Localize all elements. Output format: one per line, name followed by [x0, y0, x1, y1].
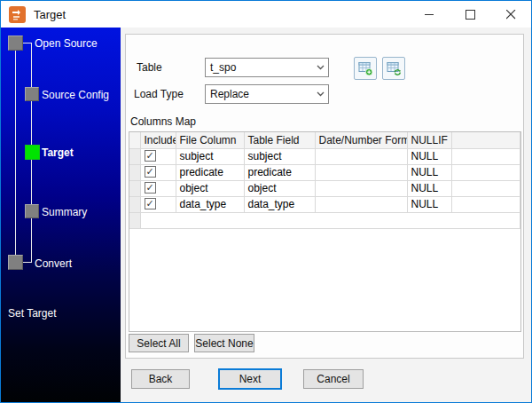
include-checkbox[interactable]: ✓: [145, 198, 156, 209]
header-filler: [451, 132, 520, 148]
close-icon: [506, 10, 516, 20]
step-label-target: Target: [42, 146, 74, 159]
include-checkbox[interactable]: ✓: [145, 182, 156, 194]
filler-cell: [451, 180, 520, 196]
row-selector[interactable]: [129, 148, 140, 164]
step-marker-open-source: [8, 36, 23, 51]
wizard-connector-bottom: [23, 262, 32, 263]
table-label: Table: [137, 61, 162, 74]
row-selector[interactable]: [129, 180, 140, 196]
include-cell: ✓: [140, 164, 176, 180]
grid-header-row: Include File Column Table Field Date/Num…: [129, 132, 520, 148]
minimize-icon: [425, 10, 434, 20]
include-checkbox[interactable]: ✓: [145, 150, 156, 162]
grid-row-new: [129, 212, 520, 228]
empty-area: [140, 212, 520, 228]
load-type-select-value: Replace: [206, 88, 312, 100]
cancel-button[interactable]: Cancel: [303, 369, 364, 389]
format-cell[interactable]: [315, 196, 407, 212]
table-field-cell[interactable]: predicate: [244, 164, 315, 180]
select-none-button[interactable]: Select None: [194, 334, 254, 352]
chevron-down-icon: [312, 91, 328, 97]
header-table-field[interactable]: Table Field: [244, 132, 315, 148]
step-marker-source-config: [25, 87, 39, 101]
row-selector-header: [129, 132, 140, 148]
filler-cell: [451, 148, 520, 164]
minimize-button[interactable]: [409, 1, 450, 28]
columns-map-grid: Include File Column Table Field Date/Num…: [129, 131, 521, 332]
load-type-select[interactable]: Replace: [205, 84, 329, 104]
wizard-sidebar: Open Source Source Config Target Summary…: [1, 28, 121, 402]
file-column-cell[interactable]: predicate: [176, 164, 244, 180]
include-cell: ✓: [140, 148, 176, 164]
nullif-cell[interactable]: NULL: [407, 180, 451, 196]
step-label-source-config: Source Config: [42, 89, 109, 101]
nullif-cell[interactable]: NULL: [407, 164, 451, 180]
load-type-label: Load Type: [134, 88, 184, 100]
sidebar-status-text: Set Target: [8, 307, 56, 320]
dialog-window: Target Open Source Source Config Target: [0, 0, 532, 403]
file-column-cell[interactable]: data_type: [176, 196, 244, 212]
maximize-icon: [466, 10, 475, 20]
format-cell[interactable]: [315, 148, 407, 164]
back-button[interactable]: Back: [131, 369, 190, 389]
header-format[interactable]: Date/Number Format: [315, 132, 407, 148]
step-label-open-source: Open Source: [35, 37, 98, 50]
row-selector[interactable]: [129, 164, 140, 180]
grid-row-data-type: ✓ data_type data_type NULL: [129, 196, 520, 212]
title-bar: Target: [1, 1, 531, 28]
columns-map-label: Columns Map: [130, 115, 196, 128]
step-marker-convert: [8, 255, 23, 270]
new-table-icon: [358, 61, 373, 76]
maximize-button[interactable]: [450, 1, 490, 28]
refresh-table-button[interactable]: [382, 57, 405, 80]
format-cell[interactable]: [315, 164, 407, 180]
nullif-cell[interactable]: NULL: [407, 148, 451, 164]
next-button[interactable]: Next: [218, 368, 282, 390]
row-selector[interactable]: [129, 212, 140, 228]
step-marker-target: [25, 145, 40, 160]
target-groupbox: Table t_spo: [125, 34, 524, 359]
grid-row-predicate: ✓ predicate predicate NULL: [129, 164, 520, 180]
table-field-cell[interactable]: data_type: [244, 196, 315, 212]
new-table-button[interactable]: [354, 57, 377, 80]
refresh-table-icon: [387, 61, 402, 76]
include-cell: ✓: [140, 180, 176, 196]
window-title: Target: [34, 8, 66, 21]
nullif-cell[interactable]: NULL: [407, 196, 451, 212]
header-nullif[interactable]: NULLIF: [407, 132, 451, 148]
table-select[interactable]: t_spo: [205, 58, 329, 77]
include-cell: ✓: [140, 196, 176, 212]
main-content: Table t_spo: [121, 28, 531, 402]
grid-row-object: ✓ object object NULL: [129, 180, 520, 196]
header-include[interactable]: Include: [140, 132, 176, 148]
app-icon: [9, 6, 26, 23]
filler-cell: [451, 164, 520, 180]
file-column-cell[interactable]: object: [176, 180, 244, 196]
step-label-convert: Convert: [35, 257, 72, 270]
header-file-column[interactable]: File Column: [176, 132, 244, 148]
wizard-connector-top: [23, 43, 32, 43]
step-marker-summary: [25, 204, 39, 218]
filler-cell: [451, 196, 520, 212]
grid-row-subject: ✓ subject subject NULL: [129, 148, 520, 164]
select-all-button[interactable]: Select All: [129, 334, 189, 352]
include-checkbox[interactable]: ✓: [145, 166, 156, 178]
wizard-connector-left: [15, 51, 16, 256]
file-column-cell[interactable]: subject: [176, 148, 244, 164]
chevron-down-icon: [312, 65, 328, 70]
table-select-value: t_spo: [206, 61, 312, 74]
close-button[interactable]: [490, 1, 531, 28]
format-cell[interactable]: [315, 180, 407, 196]
table-field-cell[interactable]: subject: [244, 148, 315, 164]
step-label-summary: Summary: [42, 206, 87, 218]
row-selector[interactable]: [129, 196, 140, 212]
table-field-cell[interactable]: object: [244, 180, 315, 196]
